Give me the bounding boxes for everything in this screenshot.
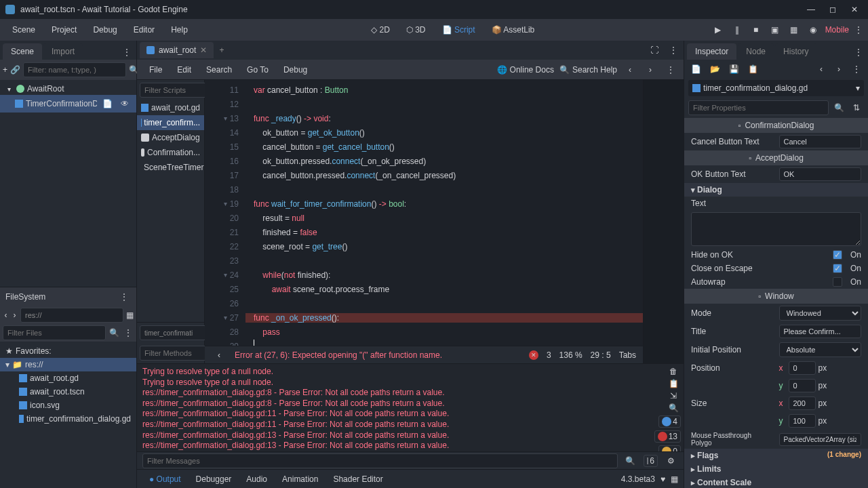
- renderer-menu-icon[interactable]: ⋮: [854, 25, 863, 35]
- script-menu-edit[interactable]: Edit: [170, 62, 198, 77]
- error-count[interactable]: 13: [654, 430, 681, 443]
- script-list-item[interactable]: SceneTreeTimer: [137, 160, 204, 175]
- menu-project[interactable]: Project: [45, 22, 83, 37]
- visibility-icon[interactable]: 👁: [117, 96, 132, 111]
- script-more-icon[interactable]: ⋮: [663, 62, 678, 77]
- pos-x-field[interactable]: [789, 361, 816, 375]
- close-button[interactable]: ✕: [846, 3, 863, 16]
- nav-fwd-button[interactable]: ›: [643, 62, 658, 77]
- search-icon[interactable]: 🔍: [831, 100, 846, 115]
- copy-output-icon[interactable]: 📋: [666, 379, 681, 388]
- view-assetlib[interactable]: 📦 AssetLib: [485, 22, 542, 37]
- expand-icon[interactable]: ▾: [5, 360, 9, 369]
- tab-import[interactable]: Import: [43, 43, 83, 60]
- script-attached-icon[interactable]: 📄: [100, 96, 115, 111]
- tab-node[interactable]: Node: [738, 43, 774, 60]
- bottom-tab-audio[interactable]: Audio: [239, 472, 274, 487]
- fs-path-input[interactable]: [20, 308, 123, 323]
- filter-menu-icon[interactable]: ⇅: [849, 100, 864, 115]
- settings-icon[interactable]: ⚙: [663, 453, 678, 468]
- play-scene-button[interactable]: ▣: [768, 23, 782, 37]
- link-node-button[interactable]: 🔗: [10, 62, 20, 77]
- section-accept[interactable]: ▫ AcceptDialog: [684, 150, 868, 165]
- save-resource-icon[interactable]: 💾: [726, 62, 741, 77]
- view-2d[interactable]: ◇ 2D: [364, 22, 397, 37]
- play-custom-button[interactable]: ▦: [787, 23, 801, 37]
- script-list-item[interactable]: await_root.gd: [137, 100, 204, 115]
- tree-node-root[interactable]: ▾ AwaitRoot: [0, 83, 136, 95]
- fs-search-icon[interactable]: 🔍: [108, 325, 120, 340]
- fs-file[interactable]: await_root.gd: [0, 371, 136, 385]
- clear-output-icon[interactable]: 🗑: [666, 367, 681, 376]
- distraction-free-icon[interactable]: ⛶: [647, 43, 662, 58]
- autowrap-checkbox[interactable]: [833, 277, 842, 287]
- pause-button[interactable]: ‖: [730, 23, 744, 37]
- menu-scene[interactable]: Scene: [5, 22, 42, 37]
- output-log[interactable]: Trying to resolve type of a null node. T…: [137, 364, 656, 451]
- view-script[interactable]: 📄 Script: [435, 22, 482, 37]
- script-list-item[interactable]: timer_confirm...: [137, 115, 204, 130]
- filter-properties-input[interactable]: [688, 100, 829, 115]
- section-confirmation[interactable]: ▫ ConfirmationDialog: [684, 118, 868, 133]
- resource-path[interactable]: timer_confirmation_dialog.gd ▾: [688, 80, 864, 96]
- panel-menu-icon[interactable]: ⋮: [123, 47, 131, 57]
- bottom-tab-debugger[interactable]: Debugger: [189, 472, 239, 487]
- size-y-field[interactable]: [789, 414, 816, 428]
- movie-button[interactable]: ◉: [806, 23, 820, 37]
- info-count[interactable]: 4: [658, 415, 681, 428]
- hist-fwd-icon[interactable]: ›: [831, 62, 846, 77]
- script-menu-search[interactable]: Search: [199, 62, 239, 77]
- error-count-icon[interactable]: ✕: [529, 350, 538, 360]
- scene-filter-input[interactable]: [23, 62, 126, 77]
- search-output-icon[interactable]: 🔍: [666, 403, 681, 413]
- bottom-tab-shader-editor[interactable]: Shader Editor: [326, 472, 389, 487]
- online-docs-link[interactable]: 🌐 Online Docs: [497, 65, 554, 75]
- fs-favorites[interactable]: ★ Favorites:: [0, 344, 136, 358]
- section-flags[interactable]: ▸ Flags (1 change): [684, 449, 868, 462]
- play-button[interactable]: ▶: [711, 23, 725, 37]
- mouse-passthrough-field[interactable]: [779, 433, 862, 446]
- menu-debug[interactable]: Debug: [86, 22, 123, 37]
- load-resource-icon[interactable]: 📂: [707, 62, 722, 77]
- section-limits[interactable]: ▸ Limits: [684, 462, 868, 476]
- section-content-scale[interactable]: ▸ Content Scale: [684, 476, 868, 488]
- section-window[interactable]: ▫ Window: [684, 289, 868, 304]
- tab-inspector[interactable]: Inspector: [687, 43, 736, 60]
- tab-history[interactable]: History: [775, 43, 816, 60]
- pos-y-field[interactable]: [789, 379, 816, 392]
- search-help-link[interactable]: 🔍 Search Help: [559, 65, 617, 75]
- add-node-button[interactable]: +: [3, 62, 7, 77]
- zoom-level[interactable]: 136 %: [559, 350, 583, 360]
- menu-help[interactable]: Help: [164, 22, 195, 37]
- section-dialog[interactable]: ▾ Dialog: [684, 183, 868, 197]
- script-list-item[interactable]: Confirmation...: [137, 145, 204, 160]
- indent-mode[interactable]: Tabs: [619, 350, 636, 360]
- fs-root-folder[interactable]: ▾ 📁 res://: [0, 358, 136, 371]
- initial-position-select[interactable]: Absolute: [779, 342, 862, 357]
- new-resource-icon[interactable]: 📄: [688, 62, 703, 77]
- bottom-tab-animation[interactable]: Animation: [275, 472, 325, 487]
- mode-select[interactable]: Windowed: [779, 306, 862, 321]
- script-list-item[interactable]: AcceptDialog: [137, 130, 204, 145]
- stop-button[interactable]: ■: [749, 23, 763, 37]
- scene-menu-icon[interactable]: ⋮: [666, 43, 681, 58]
- insp-menu-icon[interactable]: ⋮: [854, 47, 863, 57]
- version-label[interactable]: 4.3.beta3: [621, 474, 655, 484]
- fs-file[interactable]: icon.svg: [0, 399, 136, 412]
- fs-file[interactable]: timer_confirmation_dialog.gd: [0, 412, 136, 426]
- heart-icon[interactable]: ♥: [660, 474, 665, 484]
- fs-split-icon[interactable]: ▦: [126, 308, 134, 323]
- paste-resource-icon[interactable]: 📋: [745, 62, 760, 77]
- minimap[interactable]: [643, 80, 684, 363]
- close-tab-icon[interactable]: ✕: [200, 45, 207, 55]
- maximize-button[interactable]: ◻: [825, 3, 841, 16]
- add-tab-button[interactable]: +: [214, 43, 229, 58]
- close-escape-checkbox[interactable]: ✓: [833, 264, 842, 273]
- prev-error-icon[interactable]: ‹: [212, 348, 226, 363]
- layout-icon[interactable]: ▦: [671, 474, 678, 484]
- nav-back-icon[interactable]: ‹: [3, 308, 9, 323]
- hist-menu-icon[interactable]: ⋮: [849, 62, 864, 77]
- nav-back-button[interactable]: ‹: [623, 62, 637, 77]
- dialog-text-field[interactable]: [691, 212, 861, 246]
- cancel-button-text-field[interactable]: [779, 135, 862, 148]
